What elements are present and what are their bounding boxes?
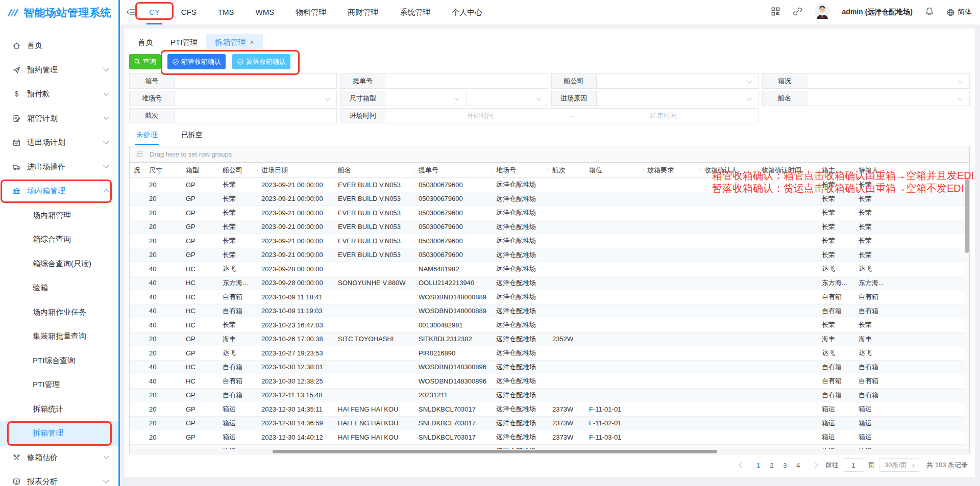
船名-select[interactable] [807,91,969,106]
nav-item-个人中心[interactable]: 个人中心 [441,0,493,24]
user-label[interactable]: admin (远洋仓配堆场) [842,8,913,17]
sidebar-item-场内箱管理[interactable]: 场内箱管理 [0,179,118,203]
进场时间-range-input[interactable]: 开始时间~结束时间 [385,109,758,123]
箱号-input[interactable] [175,74,336,88]
subtab-已拆空[interactable]: 已拆空 [180,129,204,145]
nav-item-WMS[interactable]: WMS [245,0,285,24]
nav-item-商财管理[interactable]: 商财管理 [337,0,389,24]
sidebar-item-进出场计划[interactable]: 进出场计划 [0,131,118,155]
tab-首页[interactable]: 首页 [129,34,162,51]
table-row[interactable]: 40HC达飞2023-09-28 00:00:00NAM6401982远洋仓配堆… [130,262,969,276]
page-size-select[interactable]: 30条/页 ▾ [879,458,920,472]
sidebar-item-箱综合查询(只读)[interactable]: 箱综合查询(只读) [0,252,118,276]
query-button[interactable]: 查询 [129,54,161,69]
航次-input[interactable] [175,109,336,123]
table-row[interactable]: 20GP箱运2023-12-30 14:41:10HAI FENG HAI KO… [130,445,969,449]
table-row[interactable]: 40HC自有箱2023-10-30 12:38:01WOSDBND1483008… [130,361,969,375]
page-1[interactable]: 1 [752,462,765,469]
sidebar-item-箱综合查询[interactable]: 箱综合查询 [0,227,118,252]
column-header-进场日期[interactable]: 进场日期 [257,166,334,175]
nav-item-系统管理[interactable]: 系统管理 [389,0,441,24]
page-3[interactable]: 3 [778,462,792,469]
箱型-select[interactable] [466,91,547,106]
尺寸-select[interactable] [385,91,466,106]
column-header-箱位[interactable]: 箱位 [585,166,643,175]
subtab-未处理[interactable]: 未处理 [135,129,159,145]
sidebar-item-报表分析[interactable]: 报表分析 [0,470,118,486]
main-area: CYCFSTMSWMS物料管理商财管理系统管理个人中心 [118,0,980,486]
column-header-船名[interactable]: 船名 [334,166,414,175]
sidebar-item-验箱[interactable]: 验箱 [0,276,118,300]
column-header-堆场号[interactable]: 堆场号 [492,166,548,175]
column-header-况[interactable]: 况 [130,166,145,175]
table-row[interactable]: 20GP箱运2023-12-30 14:36:59HAI FENG HAI KO… [130,417,969,431]
sidebar-item-首页[interactable]: 首页 [0,34,118,58]
row-group-dropzone[interactable]: Drag here to set row groups [130,146,969,163]
sidebar-item-修箱估价[interactable]: 修箱估价 [0,446,118,470]
table-row[interactable]: 40HC自有箱2023-10-09 11:19:03WOSDBND1480008… [130,304,969,319]
column-header-尺寸[interactable]: 尺寸 [145,166,182,175]
table-row[interactable]: 40HC东方海...2023-09-28 00:00:00SONGYUNHE V… [130,276,969,291]
sidebar-item-预付款[interactable]: $预付款 [0,82,118,107]
table-row[interactable]: 40HC自有箱2023-10-09 11:18:41WOSDBND1480008… [130,290,969,304]
cell: 40 [145,377,182,385]
sidebar-item-PTI综合查询[interactable]: PTI综合查询 [0,349,118,373]
column-header-提单号[interactable]: 提单号 [414,166,492,175]
table-row[interactable]: 40HC长荣2023-10-23 16:47:03001300482981远洋仓… [130,318,969,332]
page-4[interactable]: 4 [792,462,805,469]
table-row[interactable]: 40HC自有箱2023-10-30 12:38:25WOSDBND1483008… [130,374,969,389]
堆场号-select[interactable] [175,91,336,106]
table-row[interactable]: 20GP箱运2023-12-30 14:35:11HAI FENG HAI KO… [130,402,969,417]
page-2[interactable]: 2 [765,462,778,469]
language-switch[interactable]: 简体 [946,8,972,17]
nav-item-CFS[interactable]: CFS [170,0,207,24]
qr-code-icon[interactable] [771,7,780,18]
vertical-scrollbar[interactable] [965,178,969,449]
sidebar-item-拆箱统计[interactable]: 拆箱统计 [0,397,118,422]
cell: 20 [145,433,182,441]
nav-item-TMS[interactable]: TMS [207,0,245,24]
page-goto-input[interactable] [843,458,864,472]
avatar[interactable] [815,4,830,21]
nav-item-物料管理[interactable]: 物料管理 [285,0,337,24]
sidebar-item-拆箱管理[interactable]: 拆箱管理 [0,421,118,446]
table-row[interactable]: 20GP长荣2023-09-21 00:00:00EVER BUILD V.N0… [130,206,969,220]
column-header-放箱要求[interactable]: 放箱要求 [643,166,700,175]
column-header-船公司[interactable]: 船公司 [218,166,257,175]
bell-icon[interactable] [925,7,934,18]
temp-receive-confirm-button[interactable]: 暂落收箱确认 [232,54,290,69]
sidebar-collapse-icon[interactable] [126,8,135,17]
sidebar-item-场内箱管理[interactable]: 场内箱管理 [0,203,118,228]
nav-item-CY[interactable]: CY [138,0,170,24]
船公司-select[interactable] [597,74,758,88]
sidebar-item-场内箱作业任务[interactable]: 场内箱作业任务 [0,300,118,325]
table-row[interactable]: 20GP长荣2023-09-21 00:00:00EVER BUILD V.N0… [130,220,969,235]
sidebar-item-集装箱批量查询[interactable]: 集装箱批量查询 [0,324,118,349]
tab-PTI管理[interactable]: PTI管理 [162,34,206,51]
table-row[interactable]: 20GP长荣2023-09-21 00:00:00EVER BUILD V.N0… [130,234,969,248]
prev-page-button[interactable] [739,462,744,468]
close-icon[interactable]: × [250,34,254,51]
进场原因-select[interactable] [597,91,758,106]
提单号-input[interactable] [385,74,547,88]
table-row[interactable]: 20GP箱运2023-12-30 14:40:12HAI FENG HAI KO… [130,430,969,445]
table-row[interactable]: 20GP自有箱2023-12-11 13:15:4820231211远洋仓配堆场… [130,389,969,403]
horizontal-scrollbar-thumb[interactable] [273,450,718,453]
table-row[interactable]: 20GP达飞2023-10-27 19:23:53PIR0216890远洋仓配堆… [130,346,969,361]
cell: 箱运 [218,404,257,414]
container-receive-confirm-button[interactable]: 箱管收箱确认 [167,54,226,69]
sidebar-item-进出场操作[interactable]: 进出场操作 [0,155,118,180]
cell: 达飞 [218,348,257,357]
sidebar-item-预约管理[interactable]: 预约管理 [0,58,118,83]
箱况-select[interactable] [807,74,969,88]
table-row[interactable]: 20GP海丰2023-10-26 17:00:38SITC TOYOHASHIS… [130,332,969,347]
link-icon[interactable] [793,7,802,18]
column-header-航次[interactable]: 航次 [548,166,585,175]
column-header-箱型[interactable]: 箱型 [182,166,218,175]
tab-拆箱管理[interactable]: 拆箱管理× [206,34,262,51]
horizontal-scrollbar[interactable] [130,449,969,454]
next-page-button[interactable] [812,462,818,468]
sidebar-item-箱管计划[interactable]: 箱管计划 [0,107,118,131]
sidebar-item-PTI管理[interactable]: PTI管理 [0,373,118,397]
table-row[interactable]: 20GP长荣2023-09-21 00:00:00EVER BUILD V.N0… [130,248,969,263]
